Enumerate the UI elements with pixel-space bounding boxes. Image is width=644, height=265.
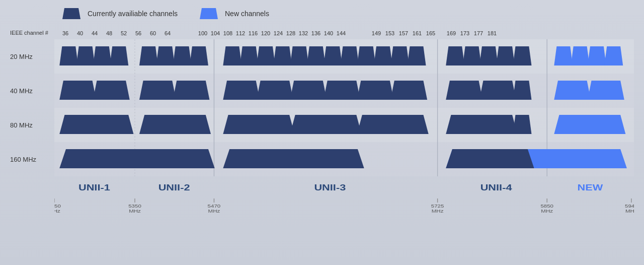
ch104-20mhz xyxy=(240,46,259,65)
svg-text:52: 52 xyxy=(121,30,127,36)
legend-new: New channels xyxy=(198,6,269,21)
svg-text:124: 124 xyxy=(274,30,283,36)
ch100-112-80mhz xyxy=(223,115,294,134)
chart-grid xyxy=(54,39,634,176)
svg-marker-0 xyxy=(62,8,80,19)
svg-text:100: 100 xyxy=(198,30,207,36)
ch173-20mhz xyxy=(571,46,590,65)
svg-text:48: 48 xyxy=(106,30,112,36)
ch124-20mhz xyxy=(324,46,342,65)
ch165-80mhz xyxy=(513,115,531,134)
unii1-label: UNII-1 xyxy=(78,182,110,192)
ch157-20mhz xyxy=(479,46,498,65)
ch36-20mhz xyxy=(59,46,78,65)
svg-text:128: 128 xyxy=(286,30,295,36)
channel-numbers-svg: 36 40 44 48 52 56 60 64 100 104 108 112 … xyxy=(54,26,634,39)
ch48-20mhz xyxy=(110,46,128,65)
ch36-48-80mhz xyxy=(59,115,133,134)
ch56-20mhz xyxy=(156,46,175,65)
ch44-20mhz xyxy=(93,46,112,65)
ch116-128-80mhz xyxy=(290,115,361,134)
ieee-channel-label: IEEE channel # xyxy=(10,26,54,39)
legend-current-label: Currently availiable channels xyxy=(88,10,178,18)
ch140-144-40mhz xyxy=(390,81,427,100)
ch112-20mhz xyxy=(273,46,292,65)
svg-text:64: 64 xyxy=(165,30,171,36)
ch169-173-40mhz xyxy=(554,81,591,100)
band-labels-section: UNII-1 UNII-2 UNII-3 UNII-4 NEW 5150 MHz xyxy=(10,176,634,215)
ch165-40mhz xyxy=(513,81,531,100)
svg-text:40: 40 xyxy=(77,30,83,36)
bottom-content: UNII-1 UNII-2 UNII-3 UNII-4 NEW 5150 MHz xyxy=(54,176,634,215)
ch100-104-40mhz xyxy=(223,81,260,100)
bottom-spacer xyxy=(10,176,54,215)
svg-text:157: 157 xyxy=(399,30,408,36)
new-label: NEW xyxy=(578,182,603,192)
ch132-20mhz xyxy=(357,46,376,65)
mhz-label-20: 20 MHz xyxy=(10,39,54,74)
svg-text:169: 169 xyxy=(447,30,456,36)
svg-text:5945: 5945 xyxy=(625,204,634,209)
unii3-label: UNII-3 xyxy=(314,182,346,192)
svg-text:112: 112 xyxy=(236,30,245,36)
svg-text:120: 120 xyxy=(261,30,270,36)
ch157-161-40mhz xyxy=(479,81,516,100)
svg-text:5150: 5150 xyxy=(54,204,61,209)
svg-text:132: 132 xyxy=(299,30,308,36)
ch144-20mhz xyxy=(407,46,426,65)
ch177-181-40mhz xyxy=(588,81,624,100)
svg-text:173: 173 xyxy=(460,30,469,36)
mhz-label-40: 40 MHz xyxy=(10,74,54,108)
main-container: Currently availiable channels New channe… xyxy=(0,0,644,265)
mhz-label-80: 80 MHz xyxy=(10,108,54,142)
svg-text:153: 153 xyxy=(385,30,394,36)
svg-text:5725: 5725 xyxy=(431,204,444,209)
svg-text:116: 116 xyxy=(249,30,258,36)
ch153-20mhz xyxy=(463,46,481,65)
freq-markers-svg: 5150 MHz 5350 MHz 5470 MHz 5725 MHz xyxy=(54,198,634,215)
svg-text:MHz: MHz xyxy=(54,209,60,214)
ch124-128-40mhz xyxy=(324,81,360,100)
ieee-label-col: IEEE channel # xyxy=(10,26,54,39)
svg-text:144: 144 xyxy=(337,30,346,36)
svg-text:140: 140 xyxy=(324,30,333,36)
ch132-144-80mhz xyxy=(357,115,429,134)
main-chart-svg xyxy=(54,39,634,176)
svg-text:56: 56 xyxy=(135,30,141,36)
new-channels-icon xyxy=(198,6,220,21)
svg-text:MHz: MHz xyxy=(541,209,553,214)
ch116-120-40mhz xyxy=(290,81,327,100)
ch132-136-40mhz xyxy=(357,81,394,100)
ch136-20mhz xyxy=(374,46,392,65)
ch44-48-40mhz xyxy=(93,81,130,100)
ch64-20mhz xyxy=(190,46,208,65)
ch140-20mhz xyxy=(390,46,409,65)
ch36-64-160mhz xyxy=(59,149,214,168)
svg-text:181: 181 xyxy=(488,30,497,36)
ch100-20mhz xyxy=(223,46,242,65)
svg-text:MHz: MHz xyxy=(129,209,141,214)
ieee-header-row: IEEE channel # 36 40 44 48 52 56 xyxy=(10,26,634,39)
ch108-20mhz xyxy=(257,46,275,65)
ch177-20mhz xyxy=(588,46,606,65)
chart-wrapper: IEEE channel # 36 40 44 48 52 56 xyxy=(10,26,634,215)
ch181-20mhz xyxy=(604,46,623,65)
ch161-20mhz xyxy=(496,46,515,65)
ch149-153-40mhz xyxy=(446,81,482,100)
chart-main-row: 20 MHz 40 MHz 80 MHz 160 MHz xyxy=(10,39,634,176)
ch128-20mhz xyxy=(340,46,359,65)
ch169-181-80mhz xyxy=(554,115,625,134)
svg-text:5470: 5470 xyxy=(208,204,221,209)
svg-text:149: 149 xyxy=(372,30,381,36)
mhz-label-160: 160 MHz xyxy=(10,142,54,176)
svg-text:5850: 5850 xyxy=(540,204,553,209)
legend: Currently availiable channels New channe… xyxy=(60,6,634,21)
legend-current: Currently availiable channels xyxy=(60,6,178,21)
ch60-64-40mhz xyxy=(173,81,210,100)
svg-text:104: 104 xyxy=(211,30,220,36)
ch149-20mhz xyxy=(446,46,464,65)
svg-text:36: 36 xyxy=(62,30,68,36)
ch60-20mhz xyxy=(173,46,192,65)
ch165-20mhz xyxy=(513,46,531,65)
ch40-20mhz xyxy=(76,46,95,65)
